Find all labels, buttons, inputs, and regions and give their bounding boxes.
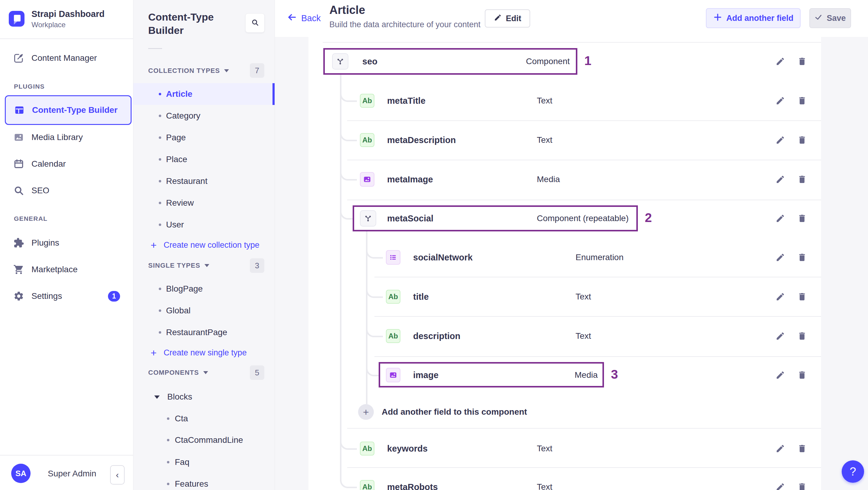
add-field-to-component-row[interactable]: + Add another field to this component — [309, 392, 821, 432]
bullet-icon — [159, 93, 161, 95]
sidebar-item-faq[interactable]: Faq — [133, 451, 275, 473]
collection-types-header[interactable]: COLLECTION TYPES — [148, 64, 229, 78]
sidebar-item-page[interactable]: Page — [133, 127, 275, 149]
section-header-general: GENERAL — [14, 215, 48, 222]
edit-field-button[interactable] — [774, 329, 787, 343]
field-type: Text — [537, 96, 552, 105]
sidebar-item-blogpage[interactable]: BlogPage — [133, 278, 275, 300]
text-field-icon: Ab — [386, 329, 400, 343]
edit-button[interactable]: Edit — [485, 9, 530, 28]
bullet-icon — [159, 136, 161, 139]
main-content: Back Article Build the data architecture… — [275, 0, 868, 490]
delete-field-button[interactable] — [796, 290, 809, 303]
strapi-logo-icon — [9, 11, 25, 27]
table-row: Ab keywords Text — [309, 429, 821, 468]
chevron-down-icon — [205, 264, 209, 267]
bullet-icon — [167, 483, 169, 485]
sidebar-item-place[interactable]: Place — [133, 149, 275, 170]
page-subtitle: Build the data architecture of your cont… — [329, 20, 480, 29]
sidebar-item-marketplace[interactable]: Marketplace — [0, 258, 133, 280]
table-row: Ab metaDescription Text — [309, 120, 821, 160]
sidebar-item-article[interactable]: Article — [133, 83, 275, 105]
sidebar-item-content-manager[interactable]: Content Manager — [0, 47, 133, 69]
bullet-icon — [167, 418, 169, 420]
bullet-icon — [159, 158, 161, 161]
delete-field-button[interactable] — [796, 173, 809, 186]
plus-icon: + — [151, 239, 157, 251]
sidebar-item-global[interactable]: Global — [133, 300, 275, 321]
edit-field-button[interactable] — [774, 133, 787, 147]
component-group-blocks[interactable]: Blocks — [133, 386, 275, 408]
sidebar-title: Content-Type Builder — [148, 10, 242, 37]
collapse-nav-button[interactable]: ‹ — [110, 465, 125, 485]
component-icon — [360, 210, 376, 226]
bullet-icon — [159, 202, 161, 204]
sidebar-item-content-type-builder[interactable]: Content-Type Builder — [5, 95, 131, 125]
text-field-icon: Ab — [386, 290, 400, 304]
chevron-down-icon — [224, 69, 229, 72]
sidebar-item-calendar[interactable]: Calendar — [0, 153, 133, 175]
help-button[interactable]: ? — [842, 460, 864, 483]
sidebar-item-seo[interactable]: SEO — [0, 180, 133, 202]
annotation-number-2: 2 — [645, 211, 652, 225]
delete-field-button[interactable] — [796, 329, 809, 343]
sidebar-item-media-library[interactable]: Media Library — [0, 126, 133, 148]
edit-field-button[interactable] — [774, 480, 787, 490]
plus-icon — [713, 13, 722, 24]
single-types-header[interactable]: SINGLE TYPES — [148, 259, 209, 272]
edit-field-button[interactable] — [774, 251, 787, 264]
sidebar-item-plugins[interactable]: Plugins — [0, 232, 133, 254]
content-type-builder-sidebar: Content-Type Builder COLLECTION TYPES 7 … — [133, 0, 275, 490]
text-field-icon: Ab — [360, 94, 374, 108]
components-count-badge: 5 — [250, 365, 264, 380]
sidebar-item-review[interactable]: Review — [133, 192, 275, 214]
edit-field-button[interactable] — [774, 442, 787, 455]
delete-field-button[interactable] — [796, 212, 809, 225]
bullet-icon — [159, 309, 161, 312]
sidebar-item-ctacommandline[interactable]: CtaCommandLine — [133, 429, 275, 451]
text-field-icon: Ab — [360, 133, 374, 147]
components-header[interactable]: COMPONENTS — [148, 366, 208, 379]
field-type: Text — [537, 482, 552, 490]
field-name: metaTitle — [387, 96, 426, 106]
edit-field-button[interactable] — [774, 290, 787, 303]
edit-field-button[interactable] — [774, 94, 787, 108]
delete-field-button[interactable] — [796, 94, 809, 108]
bullet-icon — [159, 115, 161, 117]
field-type: Media — [537, 175, 560, 184]
gear-icon — [13, 291, 24, 302]
back-link[interactable]: Back — [287, 12, 320, 25]
edit-field-button[interactable] — [774, 368, 787, 382]
delete-field-button[interactable] — [796, 133, 809, 147]
sidebar-item-cta[interactable]: Cta — [133, 408, 275, 429]
edit-field-button[interactable] — [774, 212, 787, 225]
delete-field-button[interactable] — [796, 442, 809, 455]
create-collection-type-link[interactable]: + Create new collection type — [133, 234, 275, 256]
sidebar-item-restaurant[interactable]: Restaurant — [133, 170, 275, 192]
edit-field-button[interactable] — [774, 173, 787, 186]
field-name: metaRobots — [387, 482, 438, 490]
save-button[interactable]: Save — [809, 8, 851, 28]
bullet-icon — [167, 439, 169, 441]
add-another-field-button[interactable]: Add another field — [706, 8, 801, 28]
delete-field-button[interactable] — [796, 480, 809, 490]
sidebar-item-features[interactable]: Features — [133, 473, 275, 490]
avatar[interactable]: SA — [11, 464, 31, 483]
field-name: keywords — [387, 444, 428, 454]
create-single-type-link[interactable]: + Create new single type — [133, 342, 275, 364]
sidebar-item-user[interactable]: User — [133, 214, 275, 236]
annotation-number-1: 1 — [584, 54, 591, 68]
field-name: title — [413, 292, 429, 302]
delete-field-button[interactable] — [796, 55, 809, 68]
sidebar-item-restaurantpage[interactable]: RestaurantPage — [133, 321, 275, 343]
delete-field-button[interactable] — [796, 368, 809, 382]
search-button[interactable] — [245, 13, 265, 33]
pencil-icon — [494, 13, 502, 24]
pen-square-icon — [13, 53, 24, 63]
edit-field-button[interactable] — [774, 55, 787, 68]
table-row: Ab description Text — [309, 316, 821, 356]
bullet-icon — [159, 180, 161, 182]
delete-field-button[interactable] — [796, 251, 809, 264]
table-row: socialNetwork Enumeration — [309, 238, 821, 277]
sidebar-item-category[interactable]: Category — [133, 105, 275, 127]
